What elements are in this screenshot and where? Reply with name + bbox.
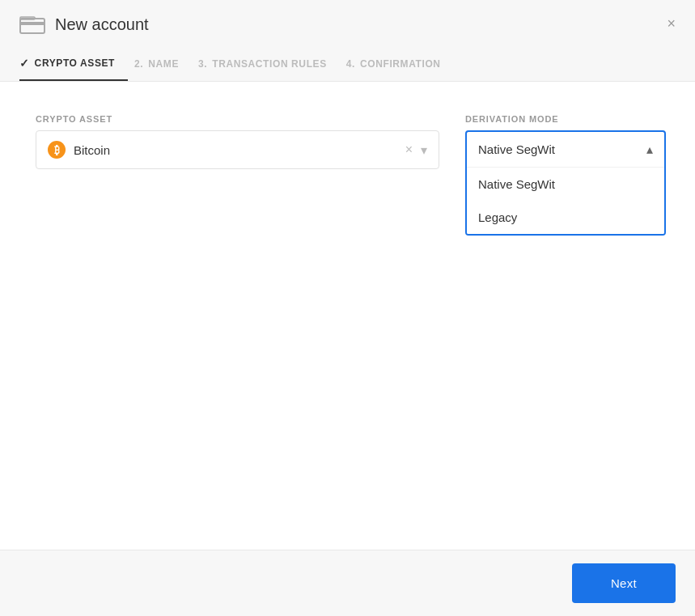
new-account-modal: New account × ✓ CRYPTO ASSET 2. NAME 3. … (0, 0, 695, 616)
chevron-up-icon: ▴ (646, 142, 653, 157)
crypto-asset-value: Bitcoin (74, 143, 397, 157)
title-row: New account (19, 15, 676, 34)
step-label: CRYPTO ASSET (35, 57, 115, 69)
derivation-mode-label: DERIVATION MODE (465, 114, 659, 124)
svg-rect-1 (20, 22, 44, 25)
modal-header: New account × ✓ CRYPTO ASSET 2. NAME 3. … (0, 0, 695, 82)
step-label: NAME (148, 58, 179, 70)
modal-body: CRYPTO ASSET ₿ Bitcoin × ▾ DERIVATION MO… (0, 82, 695, 550)
step-num: 4. (346, 58, 355, 70)
svg-rect-0 (20, 19, 44, 33)
crypto-asset-group: CRYPTO ASSET ₿ Bitcoin × ▾ (36, 114, 439, 169)
bitcoin-icon: ₿ (48, 141, 66, 159)
step-crypto-asset[interactable]: ✓ CRYPTO ASSET (19, 47, 128, 81)
next-button[interactable]: Next (572, 563, 676, 603)
step-name[interactable]: 2. NAME (134, 49, 192, 79)
crypto-asset-select[interactable]: ₿ Bitcoin × ▾ (36, 130, 439, 169)
close-button[interactable]: × (663, 13, 679, 34)
step-label: TRANSACTION RULES (212, 58, 327, 70)
crypto-asset-label: CRYPTO ASSET (36, 114, 439, 124)
derivation-mode-value: Native SegWit (478, 142, 555, 156)
step-transaction-rules[interactable]: 3. TRANSACTION RULES (198, 49, 340, 79)
select-actions: × ▾ (405, 142, 427, 158)
step-check-icon: ✓ (19, 57, 30, 70)
fields-row: CRYPTO ASSET ₿ Bitcoin × ▾ DERIVATION MO… (36, 114, 659, 236)
modal-title: New account (55, 15, 149, 34)
derivation-option-legacy[interactable]: Legacy (467, 201, 664, 234)
chevron-down-icon: ▾ (421, 142, 427, 158)
derivation-mode-group: DERIVATION MODE Native SegWit ▴ Native S… (465, 114, 659, 236)
derivation-option-native-segwit[interactable]: Native SegWit (467, 168, 664, 201)
steps-row: ✓ CRYPTO ASSET 2. NAME 3. TRANSACTION RU… (19, 47, 676, 81)
modal-footer: Next (0, 550, 695, 616)
wallet-icon (19, 15, 45, 34)
step-num: 2. (134, 58, 143, 70)
step-confirmation[interactable]: 4. CONFIRMATION (346, 49, 454, 79)
derivation-mode-selected[interactable]: Native SegWit ▴ (467, 132, 664, 168)
clear-button[interactable]: × (405, 143, 413, 156)
step-num: 3. (198, 58, 207, 70)
step-label: CONFIRMATION (360, 58, 441, 70)
derivation-mode-dropdown: Native SegWit ▴ Native SegWit Legacy (465, 130, 666, 236)
